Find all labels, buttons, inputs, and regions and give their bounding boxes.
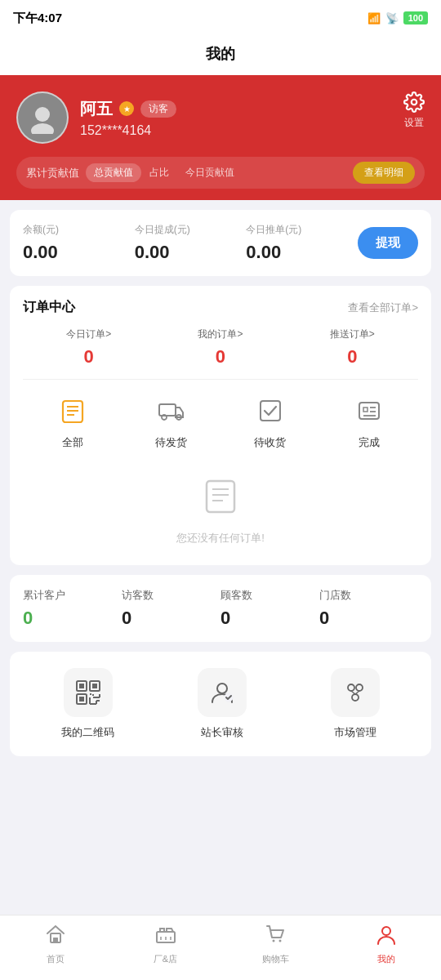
svg-rect-10	[261, 401, 280, 421]
contribution-tab3[interactable]: 今日贡献值	[177, 163, 243, 182]
nav-factory-label: 厂&店	[154, 953, 177, 965]
svg-point-2	[412, 100, 417, 105]
store-count-stat: 门店数 0	[319, 588, 418, 629]
order-stat-today-value: 0	[23, 346, 154, 368]
svg-point-8	[162, 415, 167, 420]
star-badge: ★	[119, 101, 134, 116]
svg-point-0	[35, 107, 50, 122]
home-icon	[45, 924, 66, 950]
order-stat-my[interactable]: 我的订单> 0	[154, 327, 286, 368]
order-filter-done[interactable]: 完成	[350, 391, 389, 450]
visitor-count-label: 访客数	[122, 588, 220, 603]
contribution-label: 累计贡献值	[26, 166, 79, 180]
order-header: 订单中心 查看全部订单>	[23, 299, 418, 316]
order-filter-all-label: 全部	[62, 435, 83, 450]
svg-rect-41	[53, 938, 58, 942]
nav-home-label: 首页	[47, 953, 65, 965]
order-stat-today[interactable]: 今日订单> 0	[23, 327, 154, 368]
balance-item-balance: 余额(元) 0.00	[23, 223, 135, 263]
profile-row: 阿五 ★ 访客 152****4164	[16, 91, 425, 144]
page-title: 我的	[0, 36, 441, 75]
signal-icon: 📶	[368, 12, 381, 24]
station-review-tool[interactable]: 站长审核	[198, 668, 247, 740]
order-filter-receiving-label: 待收货	[254, 435, 286, 450]
svg-point-47	[278, 940, 281, 942]
wifi-icon: 📡	[385, 12, 399, 24]
contribution-bar: 累计贡献值 总贡献值 占比 今日贡献值 查看明细	[0, 157, 441, 200]
withdraw-button[interactable]: 提现	[358, 227, 418, 259]
balance-label: 余额(元)	[23, 223, 135, 237]
today-push-value: 0.00	[246, 242, 358, 263]
empty-order-icon	[200, 476, 241, 524]
empty-order-state: 您还没有任何订单!	[23, 463, 418, 552]
customer-count-label: 顾客数	[220, 588, 319, 603]
customer-count-value: 0	[220, 608, 319, 629]
profile-header: 阿五 ★ 访客 152****4164 设置	[0, 75, 441, 157]
balance-item-commission: 今日提成(元) 0.00	[135, 223, 247, 263]
order-stat-push-value: 0	[287, 346, 418, 368]
profile-name-row: 阿五 ★ 访客	[80, 98, 425, 120]
order-filter-done-label: 完成	[359, 435, 380, 450]
customer-stats-row: 累计客户 0 访客数 0 顾客数 0 门店数 0	[23, 588, 418, 629]
qrcode-label: 我的二维码	[61, 725, 114, 740]
svg-rect-20	[79, 684, 84, 688]
today-comm-value: 0.00	[135, 242, 247, 263]
avatar	[16, 91, 69, 144]
svg-line-38	[351, 691, 355, 694]
qrcode-icon-box	[64, 668, 113, 717]
market-management-icon-box	[331, 668, 380, 717]
order-filter-shipping-label: 待发货	[155, 435, 187, 450]
order-filter-shipping[interactable]: 待发货	[152, 391, 191, 450]
empty-order-text: 您还没有任何订单!	[176, 531, 265, 546]
customer-stats-card: 累计客户 0 访客数 0 顾客数 0 门店数 0	[10, 575, 431, 642]
cumulative-customer-label: 累计客户	[23, 588, 122, 603]
contribution-tab1[interactable]: 总贡献值	[86, 163, 141, 182]
nav-mine-label: 我的	[377, 953, 395, 965]
market-management-tool[interactable]: 市场管理	[331, 668, 380, 740]
order-stat-today-label: 今日订单>	[23, 327, 154, 341]
cumulative-customer-value: 0	[23, 608, 122, 629]
tools-row: 我的二维码 站长审核 市场管理	[10, 652, 431, 756]
nav-mine[interactable]: 我的	[331, 924, 441, 965]
today-comm-label: 今日提成(元)	[135, 223, 247, 237]
cumulative-customer-stat: 累计客户 0	[23, 588, 122, 629]
station-review-icon-box	[198, 668, 247, 717]
contribution-inner: 累计贡献值 总贡献值 占比 今日贡献值 查看明细	[16, 157, 425, 189]
svg-point-37	[352, 694, 359, 701]
my-qrcode-tool[interactable]: 我的二维码	[61, 668, 114, 740]
svg-point-36	[356, 684, 363, 691]
battery-icon: 100	[403, 11, 428, 24]
nav-home[interactable]: 首页	[0, 924, 110, 965]
order-all-icon	[53, 391, 92, 430]
svg-point-46	[272, 940, 274, 942]
store-count-label: 门店数	[319, 588, 418, 603]
contribution-tab2[interactable]: 占比	[141, 163, 177, 182]
status-icons: 📶 📡 100	[368, 11, 428, 24]
settings-label: 设置	[404, 116, 424, 130]
order-filter-receiving[interactable]: 待收货	[251, 391, 290, 450]
order-stat-push[interactable]: 推送订单> 0	[287, 327, 418, 368]
order-stat-my-label: 我的订单>	[154, 327, 286, 341]
order-filter-all[interactable]: 全部	[53, 391, 92, 450]
svg-rect-7	[159, 404, 176, 416]
svg-point-48	[382, 927, 390, 935]
visitor-badge: 访客	[140, 100, 176, 118]
settings-button[interactable]: 设置	[403, 91, 425, 130]
station-review-label: 站长审核	[201, 725, 243, 740]
contribution-detail-button[interactable]: 查看明细	[353, 162, 415, 184]
visitor-count-value: 0	[122, 608, 220, 629]
profile-name: 阿五	[80, 98, 113, 120]
order-center-card: 订单中心 查看全部订单> 今日订单> 0 我的订单> 0 推送订单> 0	[10, 286, 431, 565]
svg-rect-11	[359, 403, 379, 419]
svg-rect-24	[79, 697, 84, 702]
bottom-nav: 首页 厂&店 购物车	[0, 915, 441, 980]
mine-icon	[376, 924, 397, 950]
all-orders-link[interactable]: 查看全部订单>	[348, 301, 418, 315]
store-count-value: 0	[319, 608, 418, 629]
profile-info: 阿五 ★ 访客 152****4164	[80, 98, 425, 138]
factory-icon	[155, 924, 176, 950]
svg-line-39	[355, 691, 359, 694]
balance-item-push: 今日推单(元) 0.00	[246, 223, 358, 263]
nav-factory[interactable]: 厂&店	[110, 924, 220, 965]
nav-cart[interactable]: 购物车	[220, 924, 331, 965]
